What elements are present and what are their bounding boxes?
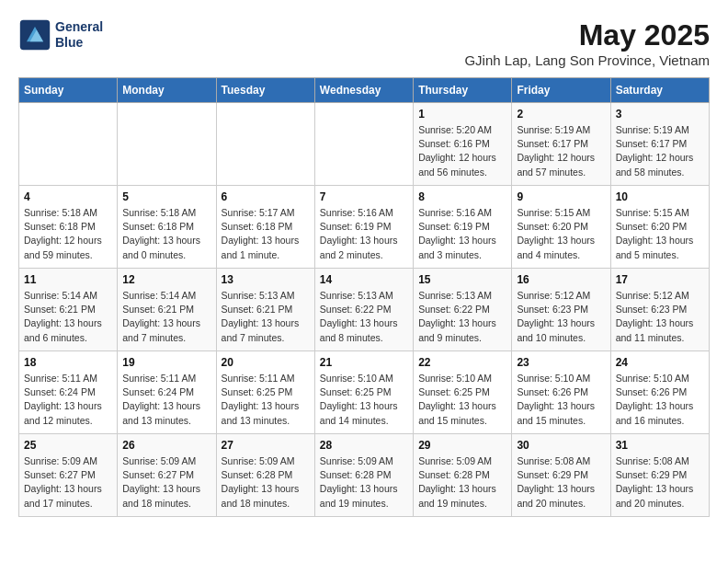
day-info: Sunrise: 5:13 AMSunset: 6:22 PMDaylight:…	[418, 289, 506, 345]
main-title: May 2025	[464, 18, 710, 52]
day-number: 16	[517, 273, 605, 286]
logo: General Blue	[18, 18, 103, 52]
weekday-header: Tuesday	[216, 78, 314, 103]
day-info: Sunrise: 5:10 AMSunset: 6:25 PMDaylight:…	[418, 372, 506, 428]
day-number: 21	[320, 356, 408, 369]
day-info: Sunrise: 5:19 AMSunset: 6:17 PMDaylight:…	[517, 123, 605, 179]
calendar-cell: 2Sunrise: 5:19 AMSunset: 6:17 PMDaylight…	[512, 103, 610, 186]
logo-line2: Blue	[55, 35, 103, 51]
day-info: Sunrise: 5:11 AMSunset: 6:25 PMDaylight:…	[222, 372, 310, 428]
calendar-table: SundayMondayTuesdayWednesdayThursdayFrid…	[18, 77, 710, 517]
calendar-cell: 28Sunrise: 5:09 AMSunset: 6:28 PMDayligh…	[314, 434, 413, 517]
calendar-cell: 31Sunrise: 5:08 AMSunset: 6:29 PMDayligh…	[610, 434, 709, 517]
day-info: Sunrise: 5:20 AMSunset: 6:16 PMDaylight:…	[418, 123, 506, 179]
calendar-cell: 18Sunrise: 5:11 AMSunset: 6:24 PMDayligh…	[19, 351, 118, 434]
day-info: Sunrise: 5:10 AMSunset: 6:26 PMDaylight:…	[616, 372, 704, 428]
calendar-cell: 30Sunrise: 5:08 AMSunset: 6:29 PMDayligh…	[512, 434, 610, 517]
day-info: Sunrise: 5:10 AMSunset: 6:25 PMDaylight:…	[320, 372, 408, 428]
day-info: Sunrise: 5:09 AMSunset: 6:28 PMDaylight:…	[418, 454, 506, 511]
calendar-week-row: 4Sunrise: 5:18 AMSunset: 6:18 PMDaylight…	[19, 186, 710, 269]
weekday-header: Wednesday	[314, 78, 413, 103]
calendar-cell: 6Sunrise: 5:17 AMSunset: 6:18 PMDaylight…	[216, 186, 314, 269]
day-number: 9	[517, 190, 605, 203]
calendar-cell: 27Sunrise: 5:09 AMSunset: 6:28 PMDayligh…	[216, 434, 314, 517]
day-number: 18	[24, 356, 112, 369]
day-info: Sunrise: 5:09 AMSunset: 6:27 PMDaylight:…	[122, 454, 210, 511]
title-block: May 2025 GJinh Lap, Lang Son Province, V…	[464, 18, 710, 68]
day-info: Sunrise: 5:11 AMSunset: 6:24 PMDaylight:…	[122, 372, 210, 428]
weekday-header-row: SundayMondayTuesdayWednesdayThursdayFrid…	[19, 78, 710, 103]
logo-line1: General	[55, 19, 103, 35]
calendar-cell	[314, 103, 413, 186]
calendar-cell: 16Sunrise: 5:12 AMSunset: 6:23 PMDayligh…	[512, 269, 610, 351]
weekday-header: Friday	[512, 78, 610, 103]
day-info: Sunrise: 5:17 AMSunset: 6:18 PMDaylight:…	[222, 206, 310, 262]
day-number: 10	[616, 190, 704, 203]
day-number: 25	[24, 439, 112, 452]
day-info: Sunrise: 5:10 AMSunset: 6:26 PMDaylight:…	[517, 372, 605, 428]
day-info: Sunrise: 5:18 AMSunset: 6:18 PMDaylight:…	[122, 206, 210, 262]
calendar-cell: 15Sunrise: 5:13 AMSunset: 6:22 PMDayligh…	[414, 269, 512, 351]
day-number: 11	[24, 273, 112, 286]
day-number: 17	[616, 273, 704, 286]
calendar-cell: 17Sunrise: 5:12 AMSunset: 6:23 PMDayligh…	[610, 269, 709, 351]
day-info: Sunrise: 5:13 AMSunset: 6:21 PMDaylight:…	[222, 289, 310, 345]
calendar-week-row: 18Sunrise: 5:11 AMSunset: 6:24 PMDayligh…	[19, 351, 710, 434]
calendar-cell: 21Sunrise: 5:10 AMSunset: 6:25 PMDayligh…	[314, 351, 413, 434]
day-number: 5	[122, 190, 210, 203]
calendar-cell: 11Sunrise: 5:14 AMSunset: 6:21 PMDayligh…	[19, 269, 118, 351]
weekday-header: Saturday	[610, 78, 709, 103]
calendar-cell: 24Sunrise: 5:10 AMSunset: 6:26 PMDayligh…	[610, 351, 709, 434]
page-header: General Blue May 2025 GJinh Lap, Lang So…	[18, 18, 710, 68]
day-number: 24	[616, 356, 704, 369]
day-number: 8	[418, 190, 506, 203]
day-number: 2	[517, 108, 605, 121]
day-info: Sunrise: 5:12 AMSunset: 6:23 PMDaylight:…	[616, 289, 704, 345]
day-info: Sunrise: 5:14 AMSunset: 6:21 PMDaylight:…	[24, 289, 112, 345]
day-number: 15	[418, 273, 506, 286]
calendar-cell: 13Sunrise: 5:13 AMSunset: 6:21 PMDayligh…	[216, 269, 314, 351]
calendar-cell	[19, 103, 118, 186]
day-info: Sunrise: 5:09 AMSunset: 6:27 PMDaylight:…	[24, 454, 112, 511]
day-info: Sunrise: 5:09 AMSunset: 6:28 PMDaylight:…	[320, 454, 408, 511]
calendar-cell: 20Sunrise: 5:11 AMSunset: 6:25 PMDayligh…	[216, 351, 314, 434]
day-number: 30	[517, 439, 605, 452]
calendar-cell: 7Sunrise: 5:16 AMSunset: 6:19 PMDaylight…	[314, 186, 413, 269]
day-number: 29	[418, 439, 506, 452]
day-number: 23	[517, 356, 605, 369]
calendar-week-row: 25Sunrise: 5:09 AMSunset: 6:27 PMDayligh…	[19, 434, 710, 517]
logo-icon	[18, 18, 51, 52]
day-info: Sunrise: 5:15 AMSunset: 6:20 PMDaylight:…	[517, 206, 605, 262]
day-number: 7	[320, 190, 408, 203]
calendar-cell: 26Sunrise: 5:09 AMSunset: 6:27 PMDayligh…	[118, 434, 216, 517]
calendar-cell: 19Sunrise: 5:11 AMSunset: 6:24 PMDayligh…	[118, 351, 216, 434]
day-info: Sunrise: 5:15 AMSunset: 6:20 PMDaylight:…	[616, 206, 704, 262]
calendar-cell: 14Sunrise: 5:13 AMSunset: 6:22 PMDayligh…	[314, 269, 413, 351]
day-info: Sunrise: 5:12 AMSunset: 6:23 PMDaylight:…	[517, 289, 605, 345]
day-info: Sunrise: 5:11 AMSunset: 6:24 PMDaylight:…	[24, 372, 112, 428]
calendar-week-row: 11Sunrise: 5:14 AMSunset: 6:21 PMDayligh…	[19, 269, 710, 351]
day-info: Sunrise: 5:14 AMSunset: 6:21 PMDaylight:…	[122, 289, 210, 345]
day-number: 26	[122, 439, 210, 452]
calendar-cell: 1Sunrise: 5:20 AMSunset: 6:16 PMDaylight…	[414, 103, 512, 186]
day-number: 20	[222, 356, 310, 369]
calendar-cell: 22Sunrise: 5:10 AMSunset: 6:25 PMDayligh…	[414, 351, 512, 434]
calendar-cell: 9Sunrise: 5:15 AMSunset: 6:20 PMDaylight…	[512, 186, 610, 269]
day-info: Sunrise: 5:13 AMSunset: 6:22 PMDaylight:…	[320, 289, 408, 345]
calendar-week-row: 1Sunrise: 5:20 AMSunset: 6:16 PMDaylight…	[19, 103, 710, 186]
day-number: 6	[222, 190, 310, 203]
day-info: Sunrise: 5:16 AMSunset: 6:19 PMDaylight:…	[418, 206, 506, 262]
day-info: Sunrise: 5:09 AMSunset: 6:28 PMDaylight:…	[222, 454, 310, 511]
day-number: 4	[24, 190, 112, 203]
day-number: 31	[616, 439, 704, 452]
calendar-cell: 29Sunrise: 5:09 AMSunset: 6:28 PMDayligh…	[414, 434, 512, 517]
day-number: 14	[320, 273, 408, 286]
day-info: Sunrise: 5:18 AMSunset: 6:18 PMDaylight:…	[24, 206, 112, 262]
calendar-cell: 4Sunrise: 5:18 AMSunset: 6:18 PMDaylight…	[19, 186, 118, 269]
weekday-header: Thursday	[414, 78, 512, 103]
day-info: Sunrise: 5:08 AMSunset: 6:29 PMDaylight:…	[616, 454, 704, 511]
day-number: 1	[418, 108, 506, 121]
calendar-cell: 3Sunrise: 5:19 AMSunset: 6:17 PMDaylight…	[610, 103, 709, 186]
calendar-cell: 25Sunrise: 5:09 AMSunset: 6:27 PMDayligh…	[19, 434, 118, 517]
subtitle: GJinh Lap, Lang Son Province, Vietnam	[464, 52, 710, 68]
